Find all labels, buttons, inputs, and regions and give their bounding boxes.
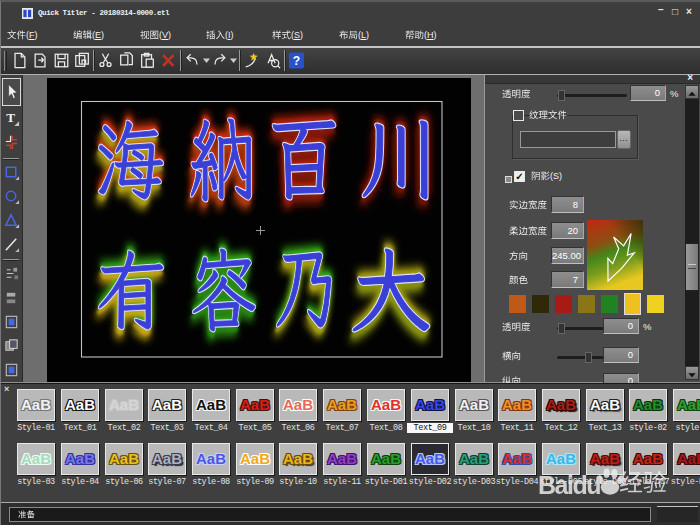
svg-text:?: ? bbox=[293, 54, 300, 68]
svg-text:T: T bbox=[6, 110, 15, 125]
